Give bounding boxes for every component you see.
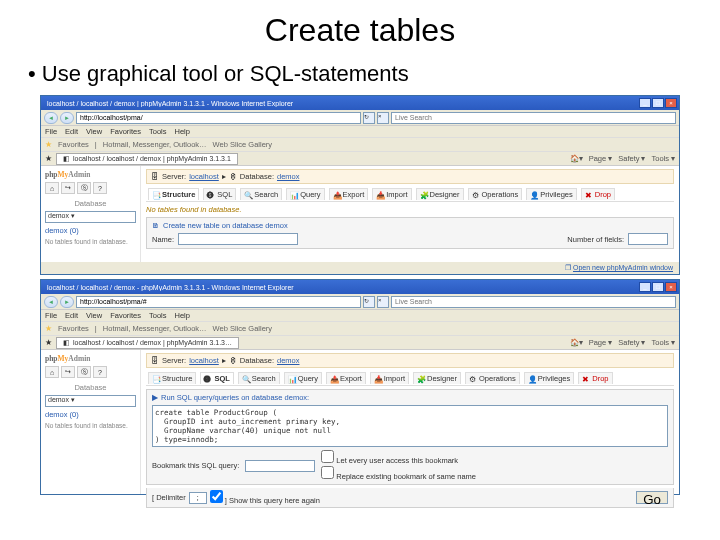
bookmark-input[interactable] — [245, 460, 315, 472]
database-link[interactable]: demox (0) — [45, 226, 136, 235]
stop-button[interactable]: × — [377, 112, 389, 124]
tab-privileges[interactable]: 👤Privileges — [524, 372, 575, 384]
tab-drop[interactable]: ✖Drop — [581, 188, 615, 200]
favorite-link-2[interactable]: Web Slice Gallery — [213, 140, 272, 149]
home-menu[interactable]: 🏠▾ — [570, 338, 583, 347]
tab-structure[interactable]: 📑Structure — [148, 188, 199, 200]
logout-icon[interactable]: ↪ — [61, 182, 75, 194]
open-new-window-link[interactable]: Open new phpMyAdmin window — [573, 264, 673, 271]
tab-search[interactable]: 🔍Search — [240, 188, 282, 200]
menu-help[interactable]: Help — [175, 127, 190, 136]
tab-query[interactable]: 📊Query — [286, 188, 324, 200]
forward-button[interactable]: ► — [60, 296, 74, 308]
database-icon: 🛢 — [229, 172, 237, 181]
menu-edit[interactable]: Edit — [65, 127, 78, 136]
search-input[interactable] — [391, 296, 676, 308]
home-menu[interactable]: 🏠▾ — [570, 154, 583, 163]
favorites-star-icon[interactable]: ★ — [45, 140, 52, 149]
browser-tab[interactable]: ◧localhost / localhost / demox | phpMyAd… — [56, 337, 239, 349]
sql-textarea[interactable] — [152, 405, 668, 447]
sql-icon[interactable]: Ⓢ — [77, 366, 91, 378]
tab-drop[interactable]: ✖Drop — [578, 372, 612, 384]
refresh-button[interactable]: ↻ — [363, 296, 375, 308]
database-select[interactable]: demox ▾ — [45, 395, 136, 407]
tab-sql[interactable]: 🅢SQL — [203, 188, 236, 200]
home-icon[interactable]: ⌂ — [45, 366, 59, 378]
tab-import[interactable]: 📥Import — [370, 372, 409, 384]
favorite-link-1[interactable]: Hotmail, Messenger, Outlook… — [103, 140, 207, 149]
operations-icon: ⚙ — [472, 191, 480, 199]
favorites-star-icon[interactable]: ★ — [45, 324, 52, 333]
cb-show-again[interactable]: ] Show this query here again — [210, 490, 320, 505]
home-icon[interactable]: ⌂ — [45, 182, 59, 194]
add-favorite-icon[interactable]: ★ — [45, 154, 52, 163]
breadcrumb-db[interactable]: demox — [277, 172, 300, 181]
breadcrumb-server[interactable]: localhost — [189, 356, 219, 365]
tab-structure[interactable]: 📑Structure — [148, 372, 196, 384]
address-bar[interactable] — [76, 112, 361, 124]
menu-tools[interactable]: Tools — [149, 127, 167, 136]
num-fields-input[interactable] — [628, 233, 668, 245]
minimize-button[interactable]: _ — [639, 98, 651, 108]
tab-query[interactable]: 📊Query — [284, 372, 322, 384]
menu-view[interactable]: View — [86, 311, 102, 320]
minimize-button[interactable]: _ — [639, 282, 651, 292]
delimiter-input[interactable] — [189, 492, 207, 504]
search-input[interactable] — [391, 112, 676, 124]
pma-logo: phpMyAdmin — [45, 170, 136, 179]
tab-designer[interactable]: 🧩Designer — [416, 188, 464, 200]
page-menu[interactable]: Page ▾ — [589, 338, 613, 347]
tab-sql[interactable]: 🅢SQL — [200, 372, 233, 384]
go-button[interactable]: Go — [636, 491, 668, 504]
maximize-button[interactable]: □ — [652, 282, 664, 292]
breadcrumb-db[interactable]: demox — [277, 356, 300, 365]
browser-tab[interactable]: ◧localhost / localhost / demox | phpMyAd… — [56, 153, 238, 165]
tab-export[interactable]: 📤Export — [329, 188, 369, 200]
close-button[interactable]: × — [665, 98, 677, 108]
back-button[interactable]: ◄ — [44, 112, 58, 124]
tab-designer[interactable]: 🧩Designer — [413, 372, 461, 384]
menu-favorites[interactable]: Favorites — [110, 311, 141, 320]
tab-operations[interactable]: ⚙Operations — [468, 188, 523, 200]
refresh-button[interactable]: ↻ — [363, 112, 375, 124]
tab-privileges[interactable]: 👤Privileges — [526, 188, 577, 200]
docs-icon[interactable]: ? — [93, 182, 107, 194]
menu-view[interactable]: View — [86, 127, 102, 136]
stop-button[interactable]: × — [377, 296, 389, 308]
tab-import[interactable]: 📥Import — [372, 188, 411, 200]
menu-help[interactable]: Help — [175, 311, 190, 320]
tab-operations[interactable]: ⚙Operations — [465, 372, 520, 384]
titlebar: localhost / localhost / demox | phpMyAdm… — [41, 96, 679, 110]
safety-menu[interactable]: Safety ▾ — [618, 154, 645, 163]
tools-menu[interactable]: Tools ▾ — [651, 154, 675, 163]
menu-tools[interactable]: Tools — [149, 311, 167, 320]
cb-let-users[interactable]: Let every user access this bookmark — [321, 450, 476, 465]
breadcrumb-server[interactable]: localhost — [189, 172, 219, 181]
cb-replace[interactable]: Replace existing bookmark of same name — [321, 466, 476, 481]
menu-file[interactable]: File — [45, 311, 57, 320]
maximize-button[interactable]: □ — [652, 98, 664, 108]
back-button[interactable]: ◄ — [44, 296, 58, 308]
page-menu[interactable]: Page ▾ — [589, 154, 613, 163]
table-name-input[interactable] — [178, 233, 298, 245]
favorite-link-2[interactable]: Web Slice Gallery — [213, 324, 272, 333]
safety-menu[interactable]: Safety ▾ — [618, 338, 645, 347]
address-bar[interactable] — [76, 296, 361, 308]
sql-tab-icon: 🅢 — [207, 191, 215, 199]
database-link[interactable]: demox (0) — [45, 410, 136, 419]
sql-icon[interactable]: Ⓢ — [77, 182, 91, 194]
database-select[interactable]: demox ▾ — [45, 211, 136, 223]
menu-file[interactable]: File — [45, 127, 57, 136]
tools-menu[interactable]: Tools ▾ — [651, 338, 675, 347]
tab-search[interactable]: 🔍Search — [238, 372, 280, 384]
logout-icon[interactable]: ↪ — [61, 366, 75, 378]
tab-export[interactable]: 📤Export — [326, 372, 366, 384]
menu-favorites[interactable]: Favorites — [110, 127, 141, 136]
forward-button[interactable]: ► — [60, 112, 74, 124]
name-label: Name: — [152, 235, 174, 244]
docs-icon[interactable]: ? — [93, 366, 107, 378]
menu-edit[interactable]: Edit — [65, 311, 78, 320]
add-favorite-icon[interactable]: ★ — [45, 338, 52, 347]
close-button[interactable]: × — [665, 282, 677, 292]
favorite-link-1[interactable]: Hotmail, Messenger, Outlook… — [103, 324, 207, 333]
